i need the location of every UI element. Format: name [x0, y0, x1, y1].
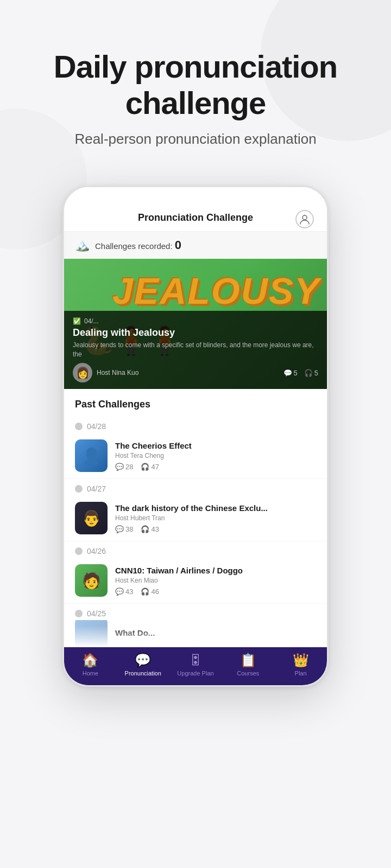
- featured-card-overlay: ✅ 04/... Dealing with Jealousy Jealousy …: [64, 311, 327, 390]
- date-circle-2: [75, 547, 83, 555]
- featured-card[interactable]: JEALOUSY 🐍🧍🧍 ✅ 04/... Dealing with Jealo…: [64, 259, 327, 389]
- nav-label-plan: Plan: [295, 670, 307, 676]
- challenge-info-0: The Cheerios Effect Host Tera Cheng 💬 28…: [115, 441, 316, 471]
- featured-title: Dealing with Jealousy: [73, 327, 318, 339]
- featured-footer: 👩 Host Nina Kuo 💬 5 🎧 5: [73, 363, 318, 382]
- challenge-stats-2: 💬 43 🎧 46: [115, 588, 316, 596]
- app-header-title: Pronunciation Challenge: [138, 212, 253, 224]
- featured-stats: 💬 5 🎧 5: [283, 369, 318, 377]
- nav-item-home[interactable]: 🏠 Home: [64, 653, 117, 676]
- challenge-host-1: Host Hubert Tran: [115, 514, 316, 522]
- listen-stat-1: 🎧 43: [141, 525, 159, 533]
- nav-label-home: Home: [83, 670, 98, 676]
- challenge-info-2: CNN10: Taiwan / Airlines / Doggo Host Ke…: [115, 566, 316, 596]
- headphone-icon: 🎧: [304, 369, 313, 377]
- challenge-title-1: The dark history of the Chinese Exclu...: [115, 503, 316, 513]
- comment-stat-1: 💬 38: [115, 525, 133, 533]
- page-header: Daily pronunciation challenge Real-perso…: [0, 0, 391, 164]
- pronunciation-icon: 💬: [135, 653, 151, 668]
- featured-host: 👩 Host Nina Kuo: [73, 363, 138, 382]
- listen-stat: 🎧 5: [304, 369, 318, 377]
- nav-label-courses: Courses: [237, 670, 259, 676]
- featured-date: ✅ 04/...: [73, 317, 318, 325]
- challenge-counter: 🏔️ Challenges recorded: 0: [64, 232, 327, 259]
- past-challenges-header: Past Challenges: [64, 389, 327, 417]
- challenge-item-3[interactable]: What Do...: [64, 620, 327, 647]
- date-circle-3: [75, 610, 83, 617]
- challenge-stats-0: 💬 28 🎧 47: [115, 463, 316, 471]
- challenge-title-2: CNN10: Taiwan / Airlines / Doggo: [115, 566, 316, 575]
- challenge-stats-1: 💬 38 🎧 43: [115, 525, 316, 533]
- upgrade-icon: 🎛: [189, 653, 202, 668]
- phone-mockup: Pronunciation Challenge 🏔️ Challenges re…: [62, 186, 329, 687]
- mountain-icon: 🏔️: [75, 238, 90, 252]
- challenge-item-1[interactable]: 👨 The dark history of the Chinese Exclu.…: [64, 495, 327, 541]
- profile-button[interactable]: [295, 210, 314, 228]
- challenge-info-1: The dark history of the Chinese Exclu...…: [115, 503, 316, 533]
- challenge-item-2[interactable]: 🧑 CNN10: Taiwan / Airlines / Doggo Host …: [64, 558, 327, 604]
- featured-description: Jealousy tends to come with a specific s…: [73, 341, 318, 359]
- comment-stat-0: 💬 28: [115, 463, 133, 471]
- challenge-thumb-2: 🧑: [75, 564, 108, 597]
- bottom-nav: 🏠 Home 💬 Pronunciation 🎛 Upgrade Plan 📋 …: [64, 647, 327, 685]
- challenge-count: 0: [175, 238, 181, 252]
- challenge-title-0: The Cheerios Effect: [115, 441, 316, 450]
- challenge-host-0: Host Tera Cheng: [115, 452, 316, 459]
- phone-status-bar: [64, 187, 327, 207]
- jealousy-title: JEALOUSY: [112, 270, 320, 312]
- comment-stat-2: 💬 43: [115, 588, 133, 596]
- challenges-recorded-label: Challenges recorded: 0: [95, 238, 181, 252]
- phone-frame: Pronunciation Challenge 🏔️ Challenges re…: [62, 186, 329, 687]
- nav-item-upgrade[interactable]: 🎛 Upgrade Plan: [169, 653, 222, 676]
- nav-label-upgrade: Upgrade Plan: [177, 670, 213, 676]
- challenge-thumb-1: 👨: [75, 502, 108, 534]
- partial-overlay: [64, 626, 327, 647]
- host-avatar: 👩: [73, 363, 92, 382]
- host-name: Host Nina Kuo: [97, 369, 138, 376]
- phone-notch: [163, 190, 228, 203]
- headphone-icon-1: 🎧: [141, 525, 149, 533]
- challenge-item-0[interactable]: 👤 The Cheerios Effect Host Tera Cheng 💬 …: [64, 433, 327, 479]
- nav-item-courses[interactable]: 📋 Courses: [222, 653, 274, 676]
- past-challenges-section: Past Challenges 04/28 👤 The Cheerios Eff…: [64, 389, 327, 647]
- date-label-2: 04/26: [64, 541, 327, 558]
- app-header: Pronunciation Challenge: [64, 207, 327, 232]
- headphone-icon-2: 🎧: [141, 588, 149, 596]
- courses-icon: 📋: [240, 653, 256, 668]
- comment-icon-1: 💬: [115, 525, 124, 533]
- nav-item-plan[interactable]: 👑 Plan: [274, 653, 327, 676]
- comment-icon-0: 💬: [115, 463, 124, 471]
- date-label-3: 04/25: [64, 604, 327, 620]
- challenge-host-2: Host Ken Miao: [115, 577, 316, 584]
- date-circle-1: [75, 485, 83, 493]
- comment-icon: 💬: [283, 369, 292, 377]
- user-icon: [295, 210, 314, 228]
- challenge-thumb-0: 👤: [75, 439, 108, 472]
- date-label-0: 04/28: [64, 417, 327, 433]
- plan-icon: 👑: [293, 653, 309, 668]
- nav-item-pronunciation[interactable]: 💬 Pronunciation: [117, 653, 169, 676]
- home-icon: 🏠: [82, 653, 98, 668]
- listen-stat-0: 🎧 47: [141, 463, 159, 471]
- nav-label-pronunciation: Pronunciation: [125, 670, 161, 676]
- date-circle: [75, 423, 83, 430]
- listen-stat-2: 🎧 46: [141, 588, 159, 596]
- comment-stat: 💬 5: [283, 369, 298, 377]
- svg-point-0: [302, 215, 307, 220]
- page-title: Daily pronunciation challenge: [33, 49, 358, 121]
- date-label-1: 04/27: [64, 479, 327, 495]
- comment-icon-2: 💬: [115, 588, 124, 596]
- page-subtitle: Real-person pronunciation explanation: [33, 131, 358, 148]
- headphone-icon-0: 🎧: [141, 463, 149, 471]
